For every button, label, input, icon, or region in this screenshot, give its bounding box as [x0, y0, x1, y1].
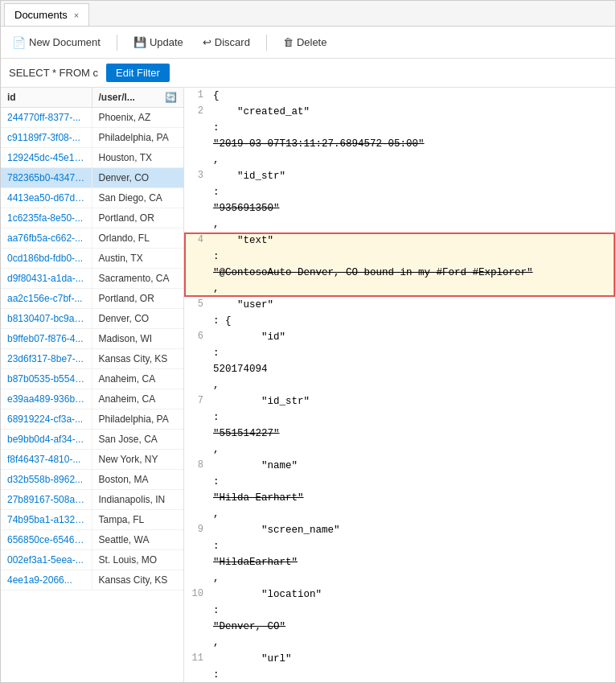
table-row[interactable]: 782365b0-4347-...Denver, CO — [1, 168, 183, 188]
doc-location-cell: Austin, TX — [92, 249, 184, 268]
doc-id-cell: c91189f7-3f08-... — [1, 128, 92, 147]
table-row[interactable]: 4413ea50-d67d-...San Diego, CA — [1, 188, 183, 208]
table-row[interactable]: b9ffeb07-f876-4...Madison, WI — [1, 329, 183, 349]
edit-filter-button[interactable]: Edit Filter — [106, 64, 170, 82]
table-row[interactable]: 129245dc-45e1-...Houston, TX — [1, 148, 183, 168]
table-row[interactable]: e39aa489-936b-...Anaheim, CA — [1, 389, 183, 409]
discard-label: Discard — [215, 36, 250, 48]
doc-location-cell: Seattle, WA — [92, 530, 184, 549]
json-line: 9 "screen_name": "HildaEarhart", — [184, 522, 615, 586]
table-row[interactable]: aa2c156e-c7bf-...Portland, OR — [1, 289, 183, 309]
table-row[interactable]: 244770ff-8377-...Phoenix, AZ — [1, 108, 183, 128]
doc-location-cell: Portland, OR — [92, 208, 184, 228]
table-row[interactable]: b87b0535-b554-...Anaheim, CA — [1, 369, 183, 389]
table-row[interactable]: aa76fb5a-c662-...Orlando, FL — [1, 228, 183, 249]
col-location: /user/l... 🔄 — [92, 88, 184, 107]
update-label: Update — [150, 36, 183, 48]
doc-id-cell: 4413ea50-d67d-... — [1, 188, 92, 208]
col-location-label: /user/l... — [99, 92, 135, 103]
table-row[interactable]: d9f80431-a1da-...Sacramento, CA — [1, 269, 183, 289]
line-content: "user": { — [213, 297, 615, 329]
doc-id-cell: 0cd186bd-fdb0-... — [1, 249, 92, 268]
query-bar: SELECT * FROM c Edit Filter — [1, 59, 615, 88]
line-number: 5 — [184, 297, 213, 329]
table-row[interactable]: 0cd186bd-fdb0-...Austin, TX — [1, 249, 183, 269]
doc-location-cell: Portland, OR — [92, 289, 184, 308]
new-document-icon: 📄 — [12, 36, 26, 49]
json-line: 10 "location": "Denver, CO", — [184, 586, 615, 651]
col-id: id — [1, 88, 92, 107]
line-content: "id_str": "551514227", — [213, 393, 615, 458]
doc-id-cell: 244770ff-8377-... — [1, 108, 92, 127]
tab-close-icon[interactable]: × — [74, 10, 79, 20]
table-row[interactable]: 23d6f317-8be7-...Kansas City, KS — [1, 349, 183, 369]
table-row[interactable]: 68919224-cf3a-...Philadelphia, PA — [1, 409, 183, 430]
table-row[interactable]: 1c6235fa-8e50-...Portland, OR — [1, 208, 183, 228]
doc-location-cell: Denver, CO — [92, 309, 184, 328]
json-viewer[interactable]: 1{2 "created_at": "2019-03-07T13:11:27.6… — [184, 88, 615, 682]
line-number: 8 — [184, 458, 213, 522]
refresh-icon[interactable]: 🔄 — [165, 92, 177, 103]
doc-id-cell: b87b0535-b554-... — [1, 369, 92, 389]
line-content: { — [213, 88, 615, 104]
doc-location-cell: Madison, WI — [92, 329, 184, 348]
doc-location-cell: Sacramento, CA — [92, 269, 184, 288]
toolbar: 📄 New Document 💾 Update ↩ Discard 🗑 Dele… — [1, 27, 615, 59]
doc-id-cell: 27b89167-508a-... — [1, 490, 92, 509]
doc-location-cell: Anaheim, CA — [92, 369, 184, 389]
doc-id-cell: aa2c156e-c7bf-... — [1, 289, 92, 308]
doc-id-cell: aa76fb5a-c662-... — [1, 228, 92, 248]
table-row[interactable]: c91189f7-3f08-...Philadelphia, PA — [1, 128, 183, 148]
line-number: 6 — [184, 329, 213, 393]
line-content: "url": "", — [213, 651, 615, 682]
table-row[interactable]: 74b95ba1-a132-...Tampa, FL — [1, 510, 183, 530]
line-number: 9 — [184, 522, 213, 586]
table-row[interactable]: 4ee1a9-2066...Kansas City, KS — [1, 570, 183, 590]
main-area: id /user/l... 🔄 244770ff-8377-...Phoenix… — [1, 88, 615, 682]
table-row[interactable]: 656850ce-6546-...Seattle, WA — [1, 530, 183, 550]
table-row[interactable]: b8130407-bc9a-...Denver, CO — [1, 309, 183, 329]
tab-label: Documents — [14, 9, 68, 21]
line-content: "location": "Denver, CO", — [213, 586, 615, 651]
json-line: 2 "created_at": "2019-03-07T13:11:27.689… — [184, 104, 615, 168]
doc-id-cell: b9ffeb07-f876-4... — [1, 329, 92, 348]
json-line: 3 "id_str": "935691350", — [184, 168, 615, 232]
discard-button[interactable]: ↩ Discard — [199, 35, 253, 50]
doc-location-cell: St. Louis, MO — [92, 550, 184, 570]
documents-tab[interactable]: Documents × — [4, 3, 89, 26]
table-row[interactable]: be9bb0d4-af34-...San Jose, CA — [1, 430, 183, 450]
line-number: 10 — [184, 586, 213, 651]
discard-icon: ↩ — [203, 36, 211, 48]
doc-location-cell: Boston, MA — [92, 470, 184, 489]
separator-1 — [117, 35, 117, 51]
table-row[interactable]: f8f46437-4810-...New York, NY — [1, 450, 183, 470]
delete-button[interactable]: 🗑 Delete — [280, 35, 331, 50]
doc-list-header: id /user/l... 🔄 — [1, 88, 183, 108]
doc-list-body: 244770ff-8377-...Phoenix, AZc91189f7-3f0… — [1, 108, 183, 682]
line-content: "id": 520174094, — [213, 329, 615, 393]
doc-id-cell: 129245dc-45e1-... — [1, 148, 92, 167]
doc-id-cell: d9f80431-a1da-... — [1, 269, 92, 288]
json-line: 6 "id": 520174094, — [184, 329, 615, 393]
line-content: "screen_name": "HildaEarhart", — [213, 522, 615, 586]
json-line: 8 "name": "Hilda Earhart", — [184, 458, 615, 522]
doc-location-cell: Kansas City, KS — [92, 349, 184, 368]
doc-id-cell: e39aa489-936b-... — [1, 389, 92, 409]
line-number: 1 — [184, 88, 213, 104]
new-document-button[interactable]: 📄 New Document — [9, 35, 104, 51]
table-row[interactable]: d32b558b-8962...Boston, MA — [1, 470, 183, 490]
update-button[interactable]: 💾 Update — [130, 35, 187, 50]
doc-id-cell: b8130407-bc9a-... — [1, 309, 92, 328]
doc-location-cell: San Jose, CA — [92, 430, 184, 449]
doc-location-cell: New York, NY — [92, 450, 184, 469]
table-row[interactable]: 27b89167-508a-...Indianapolis, IN — [1, 490, 183, 510]
doc-location-cell: Denver, CO — [92, 168, 184, 187]
doc-id-cell: f8f46437-4810-... — [1, 450, 92, 469]
doc-id-cell: 1c6235fa-8e50-... — [1, 208, 92, 228]
table-row[interactable]: 002ef3a1-5eea-...St. Louis, MO — [1, 550, 183, 570]
doc-location-cell: Orlando, FL — [92, 228, 184, 248]
line-number: 4 — [184, 232, 213, 297]
new-document-label: New Document — [29, 36, 101, 48]
doc-id-cell: 23d6f317-8be7-... — [1, 349, 92, 368]
line-content: "name": "Hilda Earhart", — [213, 458, 615, 522]
